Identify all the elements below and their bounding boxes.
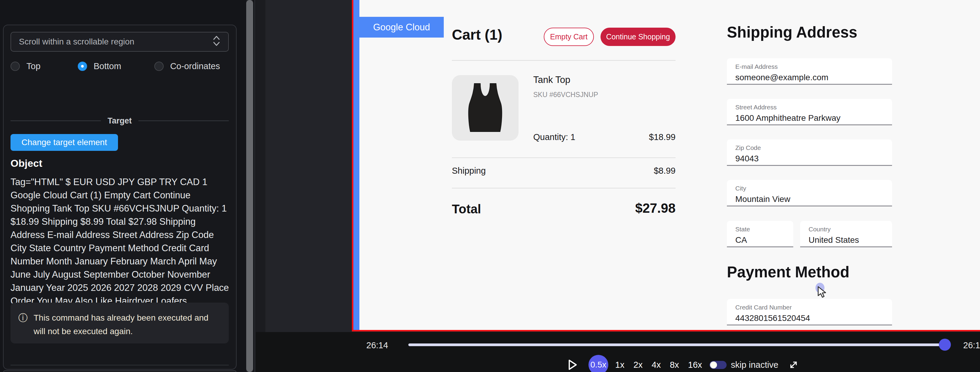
notice-text: This command has already been executed a…: [33, 311, 221, 335]
skip-inactive-toggle[interactable]: [710, 361, 727, 369]
cart-title: Cart (1): [452, 26, 502, 43]
product-price: $18.99: [649, 132, 676, 142]
credit-card-label: Credit Card Number: [735, 304, 892, 311]
next-panel-top-edge: [3, 370, 237, 372]
viewer-gutter: [256, 0, 266, 332]
state-label: State: [735, 226, 793, 233]
product-name: Tank Top: [533, 75, 571, 85]
radio-bottom-label: Bottom: [94, 61, 121, 71]
checkout-form-section: Shipping Address E-mail Address someone@…: [727, 0, 892, 330]
radio-bottom[interactable]: [78, 62, 87, 71]
city-field[interactable]: City Mountain View: [727, 180, 892, 206]
timeline-track[interactable]: [408, 343, 946, 346]
shipping-cost-label: Shipping: [452, 166, 486, 176]
radio-top-label: Top: [26, 61, 41, 71]
product-sku: SKU #66VCHSJNUP: [533, 91, 598, 99]
country-field[interactable]: Country United States: [800, 221, 892, 247]
email-value: someone@example.com: [735, 73, 892, 82]
tank-top-illustration: [463, 82, 508, 134]
street-label: Street Address: [735, 104, 892, 111]
total-label: Total: [452, 202, 481, 216]
command-type-value: Scroll within a scrollable region: [19, 37, 134, 46]
zip-label: Zip Code: [735, 144, 892, 152]
zip-field[interactable]: Zip Code 94043: [727, 139, 892, 166]
command-sidebar: Scroll within a scrollable region Top Bo…: [0, 0, 255, 372]
scrollbar-thumb[interactable]: [246, 0, 253, 372]
timeline-knob[interactable]: [939, 338, 951, 351]
speed-1x-button[interactable]: 1x: [615, 360, 625, 370]
replay-player-bar: 26:14 26:1 0.5x 1x 2x 4x 8x 16x skip ina…: [256, 332, 980, 372]
notice-banner: ⓘ This command has already been executed…: [11, 303, 229, 343]
state-field[interactable]: State CA: [727, 221, 793, 247]
info-icon: ⓘ: [18, 311, 28, 335]
street-value: 1600 Amphitheatre Parkway: [735, 113, 892, 123]
divider-line: [138, 120, 229, 121]
street-field[interactable]: Street Address 1600 Amphitheatre Parkway: [727, 99, 892, 125]
city-label: City: [735, 185, 892, 192]
speed-16x-button[interactable]: 16x: [688, 360, 702, 370]
panel-divider: [11, 365, 229, 366]
mouse-cursor: [818, 286, 828, 299]
product-image: [452, 75, 519, 140]
speed-4x-button[interactable]: 4x: [652, 360, 661, 370]
change-target-button[interactable]: Change target element: [11, 134, 118, 151]
speed-2x-button[interactable]: 2x: [633, 360, 643, 370]
playback-controls: 0.5x 1x 2x 4x 8x 16x skip inactive: [568, 358, 799, 372]
divider: [452, 60, 676, 61]
empty-cart-button[interactable]: Empty Cart: [544, 28, 594, 46]
target-section-label: Target: [101, 116, 138, 126]
object-heading: Object: [11, 158, 42, 169]
divider-line: [11, 120, 101, 121]
payment-method-heading: Payment Method: [727, 263, 850, 281]
cart-section: Cart (1) Empty Cart Continue Shopping Ta…: [452, 0, 676, 330]
radio-coordinates-label: Co-ordinates: [170, 61, 220, 71]
radio-top[interactable]: [11, 62, 20, 71]
element-highlight-bar: [353, 0, 360, 330]
fullscreen-button[interactable]: [788, 360, 799, 370]
play-icon: [568, 359, 578, 370]
continue-shopping-button[interactable]: Continue Shopping: [600, 28, 676, 46]
skip-inactive-label: skip inactive: [731, 360, 778, 370]
product-quantity: Quantity: 1: [533, 132, 575, 142]
total-value: $27.98: [635, 201, 676, 216]
shipping-cost-value: $8.99: [654, 166, 676, 176]
sidebar-scrollbar[interactable]: [246, 0, 253, 372]
command-panel: Scroll within a scrollable region Top Bo…: [3, 25, 237, 370]
toggle-knob: [710, 361, 717, 369]
target-section-divider: Target: [11, 115, 229, 126]
credit-card-field[interactable]: Credit Card Number 4432801561520454: [727, 299, 892, 326]
radio-coordinates[interactable]: [154, 62, 164, 71]
replay-viewer: Cart (1) Empty Cart Continue Shopping Ta…: [256, 0, 980, 332]
expand-icon: [788, 360, 799, 370]
speed-0_5x-button[interactable]: 0.5x: [589, 355, 608, 372]
email-label: E-mail Address: [735, 63, 892, 70]
play-button[interactable]: [568, 359, 578, 370]
scroll-position-radios: Top Bottom Co-ordinates: [11, 59, 229, 73]
divider: [452, 158, 676, 158]
city-value: Mountain View: [735, 195, 892, 204]
select-chevrons-icon: [213, 35, 220, 49]
end-time: 26:1: [963, 340, 980, 350]
speed-8x-button[interactable]: 8x: [670, 360, 679, 370]
divider: [452, 188, 676, 188]
shipping-address-heading: Shipping Address: [727, 24, 857, 41]
element-highlight-tag: Google Cloud: [360, 17, 444, 38]
current-time: 26:14: [366, 340, 388, 350]
email-field[interactable]: E-mail Address someone@example.com: [727, 58, 892, 85]
command-type-select[interactable]: Scroll within a scrollable region: [11, 32, 229, 52]
country-label: Country: [808, 226, 892, 233]
replayed-webpage: Cart (1) Empty Cart Continue Shopping Ta…: [360, 0, 980, 330]
zip-value: 94043: [735, 154, 892, 163]
credit-card-value: 4432801561520454: [735, 313, 892, 323]
state-value: CA: [735, 235, 793, 245]
country-value: United States: [808, 235, 892, 245]
